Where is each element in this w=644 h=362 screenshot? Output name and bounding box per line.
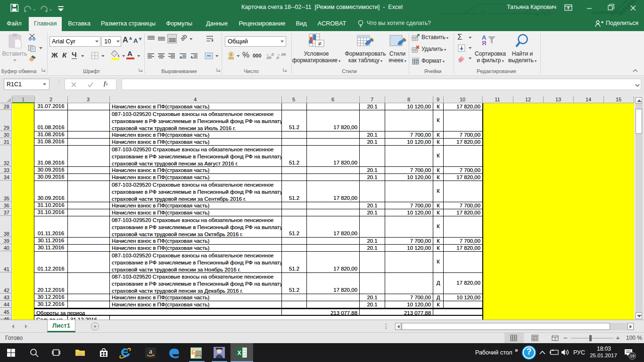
svg-text:$: $ bbox=[230, 52, 232, 57]
svg-text:≠: ≠ bbox=[318, 40, 321, 47]
svg-text:X: X bbox=[237, 350, 241, 356]
